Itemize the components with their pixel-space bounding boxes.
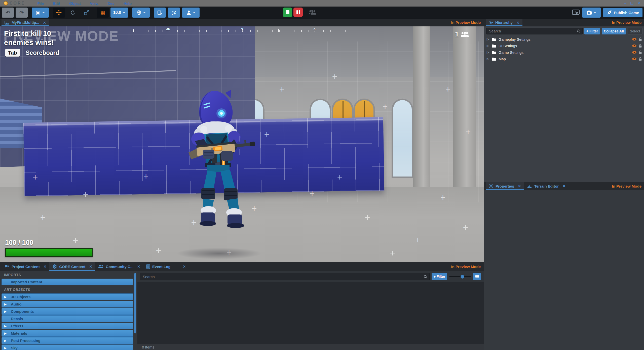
tab-project-content[interactable]: Project Content ✕ xyxy=(2,262,49,271)
close-tab-icon[interactable]: ✕ xyxy=(562,184,565,188)
visibility-eye-icon[interactable] xyxy=(632,38,637,41)
expand-icon[interactable]: ▷ xyxy=(487,57,490,61)
visibility-eye-icon[interactable] xyxy=(632,44,637,47)
hexagon-icon xyxy=(52,264,57,269)
hierarchy-search[interactable] xyxy=(486,28,583,34)
multiplayer-preview-icon[interactable] xyxy=(309,9,316,15)
close-tab-icon[interactable]: ✕ xyxy=(516,21,519,25)
minimize-icon[interactable]: – xyxy=(624,1,626,5)
properties-tabbar: Properties ✕ Terrain Editor ✕ In Preview… xyxy=(484,182,644,190)
menu-view[interactable]: View xyxy=(86,1,102,6)
menu-file[interactable]: File xyxy=(34,1,47,6)
restore-icon[interactable]: ❐ xyxy=(630,1,634,5)
stop-button[interactable] xyxy=(283,8,292,17)
redo-button[interactable]: ↷ xyxy=(16,8,28,18)
selection-mode-button[interactable]: ▣ xyxy=(32,8,49,18)
collapse-all-button[interactable]: Collapse All xyxy=(602,28,626,34)
slider-thumb[interactable] xyxy=(461,275,464,279)
tab-properties[interactable]: Properties ✕ xyxy=(486,182,524,190)
browser-filter-button[interactable]: + Filter xyxy=(432,273,447,280)
category-post-processing[interactable]: ▶ Post Processing xyxy=(2,337,133,344)
window-controls: – ❐ ✕ xyxy=(624,1,640,5)
content-category-list: IMPORTS Imported Content ART OBJECTS ▶ 3… xyxy=(0,271,137,350)
grid-snap-button[interactable]: ▦ xyxy=(97,8,109,18)
tab-hierarchy[interactable]: Hierarchy ✕ xyxy=(486,19,522,26)
tab-core-content[interactable]: CORE Content ✕ xyxy=(49,262,95,271)
select-button[interactable]: Select xyxy=(628,28,642,34)
share-screen-icon[interactable] xyxy=(572,10,580,16)
expand-icon[interactable]: ▷ xyxy=(487,44,490,48)
section-header-imports: IMPORTS xyxy=(0,271,137,278)
visibility-eye-icon[interactable] xyxy=(632,51,637,54)
browser-search-input[interactable] xyxy=(142,274,424,279)
category-effects[interactable]: ▶ Effects xyxy=(2,323,133,329)
move-tool-button[interactable] xyxy=(53,8,65,18)
close-tab-icon[interactable]: ✕ xyxy=(183,265,186,269)
category-materials[interactable]: ▶ Materials xyxy=(2,330,133,337)
browser-toolbar: + Filter xyxy=(137,271,484,282)
grid-size-dropdown[interactable]: 10.0 xyxy=(110,8,128,18)
expand-icon[interactable]: ▷ xyxy=(487,51,490,54)
world-mode-dropdown[interactable] xyxy=(132,8,150,18)
tree-row-ui-settings[interactable]: ▷ UI Settings xyxy=(484,42,644,49)
publish-game-button[interactable]: Publish Game xyxy=(603,8,642,17)
category-scrollbar[interactable] xyxy=(134,273,136,333)
close-tab-icon[interactable]: ✕ xyxy=(44,265,47,269)
category-components[interactable]: ▶ Components xyxy=(2,308,133,315)
close-icon[interactable]: ✕ xyxy=(637,1,640,5)
tree-row-gameplay-settings[interactable]: ▷ Gameplay Settings xyxy=(484,36,644,42)
tree-row-game-settings[interactable]: ▷ Game Settings xyxy=(484,49,644,56)
player-settings-dropdown[interactable] xyxy=(182,8,200,18)
menu-object[interactable]: Object xyxy=(65,1,84,6)
preview-mode-label: In Preview Mode xyxy=(451,265,484,269)
scoreboard-label: Scoreboard xyxy=(26,49,59,56)
close-tab-icon[interactable]: ✕ xyxy=(89,265,92,269)
players-icon xyxy=(461,31,469,38)
category-label: Effects xyxy=(11,324,23,328)
category-imported-content[interactable]: Imported Content xyxy=(2,279,133,285)
scene-pillar xyxy=(413,26,430,187)
expand-icon[interactable]: ▷ xyxy=(487,37,490,41)
rotate-tool-button[interactable] xyxy=(67,8,79,18)
player-character xyxy=(174,89,259,235)
menu-dev[interactable]: Dev xyxy=(104,1,118,6)
lock-icon[interactable] xyxy=(639,37,642,41)
mountain-icon xyxy=(527,184,532,188)
scale-tool-button[interactable] xyxy=(81,8,93,18)
hierarchy-search-input[interactable] xyxy=(488,29,577,33)
core-logo[interactable]: CORE xyxy=(4,1,25,6)
viewport-3d[interactable]: 36 N 5 PREVIEW MODE First to kill 10 ene… xyxy=(0,26,484,262)
browser-results-area[interactable] xyxy=(137,282,484,344)
close-tab-icon[interactable]: ✕ xyxy=(518,184,521,188)
visibility-eye-icon[interactable] xyxy=(632,57,637,60)
compass-label: 36 xyxy=(166,27,170,31)
document-icon xyxy=(146,264,150,269)
category-sky[interactable]: ▶ Sky xyxy=(2,344,133,350)
core-logo-icon xyxy=(4,1,8,6)
lock-icon[interactable] xyxy=(639,50,642,54)
menu-help[interactable]: Help xyxy=(120,1,135,6)
category-3d-objects[interactable]: ▶ 3D Objects xyxy=(2,293,133,300)
new-script-button[interactable] xyxy=(154,8,166,18)
chevron-down-icon xyxy=(123,12,125,15)
category-decals[interactable]: Decals xyxy=(2,315,133,322)
close-tab-icon[interactable]: ✕ xyxy=(137,265,140,269)
menu-edit[interactable]: Edit xyxy=(49,1,63,6)
pause-button[interactable] xyxy=(293,8,303,17)
tree-row-map[interactable]: ▷ Map xyxy=(484,56,644,62)
event-tool-button[interactable]: @ xyxy=(168,8,180,18)
view-mode-button[interactable] xyxy=(473,273,481,280)
undo-button[interactable]: ↶ xyxy=(2,8,14,18)
tab-terrain-editor[interactable]: Terrain Editor ✕ xyxy=(524,182,569,190)
tab-scene[interactable]: MyFirstMultip... ✕ xyxy=(2,19,49,26)
lock-icon[interactable] xyxy=(639,44,642,48)
tab-community-content[interactable]: Community C... ✕ xyxy=(95,262,143,271)
browser-search[interactable] xyxy=(140,273,430,280)
category-audio[interactable]: ▶ Audio xyxy=(2,301,133,308)
thumbnail-size-slider[interactable] xyxy=(449,273,471,280)
capture-dropdown[interactable] xyxy=(582,8,601,18)
lock-icon[interactable] xyxy=(639,57,642,61)
hierarchy-filter-button[interactable]: + Filter xyxy=(584,28,600,34)
tab-event-log[interactable]: Event Log ✕ xyxy=(143,262,189,271)
close-tab-icon[interactable]: ✕ xyxy=(43,21,46,25)
